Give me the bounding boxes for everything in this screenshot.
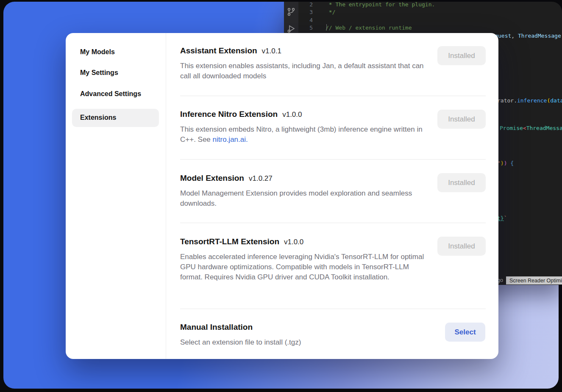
row-divider [180,223,486,223]
line-number: 3 [298,8,313,16]
code-fragment: Promise<ThreadMessage> [500,125,562,132]
screenshot-canvas: 23456 * The entrypoint for the plugin. *… [0,0,562,392]
extension-version: v1.0.27 [249,174,273,182]
manual-installation-description: Select an extension file to install (.tg… [180,337,431,348]
extension-name: TensortRT-LLM Extension [180,237,279,246]
row-divider [180,96,486,96]
manual-installation-title: Manual Installation [180,323,253,332]
installed-button[interactable]: Installed [437,110,486,129]
installed-button[interactable]: Installed [437,173,486,192]
nitro-jan-ai-link[interactable]: nitro.jan.ai. [213,135,248,144]
extension-title: Assistant Extensionv1.0.1 [180,46,281,55]
extension-description: This extension enables assistants, inclu… [180,61,431,81]
sidebar-item-my-models[interactable]: My Models [80,48,115,56]
extension-description: This extension embeds Nitro, a lightweig… [180,124,431,145]
extension-title: Inference Nitro Extensionv1.0.0 [180,110,302,119]
code-line: // Web / extension runtime [326,24,562,32]
extension-name: Inference Nitro Extension [180,110,278,119]
sidebar-item-extensions[interactable]: Extensions [80,114,116,121]
extension-name: Model Extension [180,174,244,182]
line-number: 4 [298,17,313,24]
extension-title: TensortRT-LLM Extensionv1.0.0 [180,237,303,246]
sidebar-divider [166,33,166,359]
source-control-icon[interactable] [286,7,296,17]
installed-button[interactable]: Installed [437,237,486,256]
code-line: */ [326,8,562,16]
row-divider [180,159,486,160]
select-file-button[interactable]: Select [445,323,485,342]
code-line: * The entrypoint for the plugin. [326,2,562,8]
sidebar-item-advanced-settings[interactable]: Advanced Settings [80,90,141,98]
run-debug-icon[interactable] [286,24,296,34]
line-number: 5 [298,24,313,32]
screen-reader-optimized-badge[interactable]: Screen Reader Optimized [506,276,562,284]
code-fragment: rator.inference(data)); [497,97,562,104]
installed-button[interactable]: Installed [437,46,486,65]
code-fragment: t}` [497,215,507,222]
settings-modal: My Models My Settings Advanced Settings … [66,33,498,359]
extension-version: v1.0.0 [284,238,303,246]
editor-text-cursor [326,24,327,30]
extension-description: Model Management Extension provides mode… [180,188,431,209]
extension-title: Model Extensionv1.0.27 [180,174,273,183]
extension-name: Assistant Extension [180,46,257,55]
extension-version: v1.0.0 [282,110,302,119]
code-line [326,17,562,24]
code-fragment: ")) { [497,160,514,167]
extension-description: Enables accelerated inference leveraging… [180,252,431,282]
line-number: 2 [298,2,313,8]
row-divider [180,309,486,309]
sidebar-item-my-settings[interactable]: My Settings [80,69,118,77]
extension-version: v1.0.1 [262,47,281,55]
manual-installation-label: Manual Installation [180,323,253,331]
